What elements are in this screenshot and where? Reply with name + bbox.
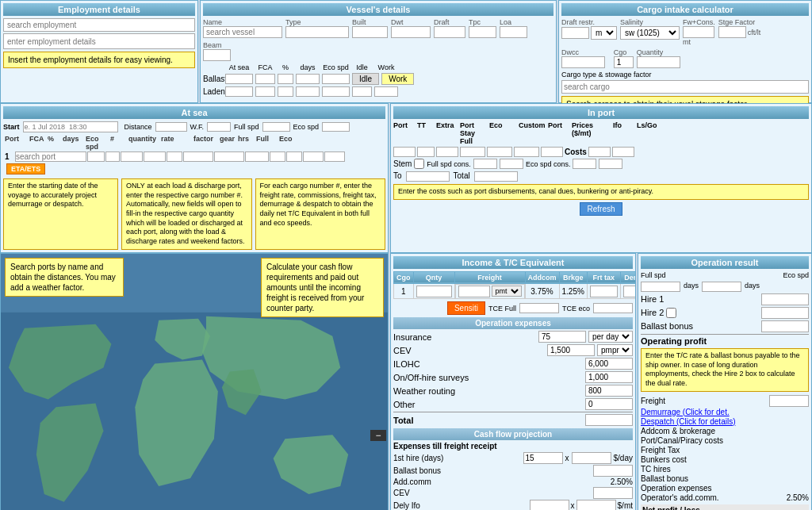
ballast-days[interactable] [296,74,320,84]
qty-cell[interactable] [183,151,213,162]
ballast-bonus-cf-input[interactable] [593,465,633,477]
eco-spd-days[interactable] [144,151,166,162]
full-spd-days-input[interactable] [641,282,680,292]
rate-cell[interactable] [214,151,244,162]
wf-input[interactable] [207,122,231,132]
sensitivity-button[interactable]: Sensiti [447,301,485,315]
full-spd-cons-lsgo[interactable] [500,159,523,169]
eco-cell[interactable] [324,151,345,162]
employment-details-input[interactable] [3,33,195,49]
ilohc-input[interactable] [585,358,633,370]
demurrage-res-label[interactable]: Demurrage (Click for det. [641,408,730,416]
vessel-loa-input[interactable] [500,26,527,38]
ballast-atsea[interactable] [225,74,253,84]
laden-lsifo[interactable] [352,86,372,97]
vessel-built-input[interactable] [352,26,388,38]
freight-unit-select[interactable]: pmt [492,286,522,297]
fca-input[interactable] [87,151,105,162]
ballast-pct[interactable] [278,74,293,84]
idle-button[interactable]: Idle [352,73,379,85]
gear-cell[interactable] [270,151,285,162]
minus-button[interactable]: − [370,430,386,441]
port-input[interactable] [393,147,416,157]
stem-checkbox[interactable] [414,159,424,169]
work-button[interactable]: Work [381,73,414,85]
salinity-select[interactable]: sw (1025) [620,26,680,40]
hire1-res-input[interactable] [761,293,809,305]
hire1-input[interactable] [523,452,563,464]
ballast-eco[interactable] [322,74,350,84]
cargo-num[interactable] [167,151,182,162]
start-input[interactable] [23,121,118,132]
vessel-type-input[interactable] [285,26,349,38]
eco-spd-cons-lsgo[interactable] [599,159,622,169]
freight-res-input[interactable] [769,395,809,407]
hrs-cell[interactable] [286,151,302,162]
laden-atsea[interactable] [225,86,253,97]
full-spd-cons-ifo[interactable] [473,159,497,169]
distance-input[interactable] [155,122,187,132]
vessel-name-input[interactable] [203,26,282,38]
other-input[interactable] [585,398,633,410]
portstayeco-input[interactable] [487,147,512,157]
cgo-input[interactable] [614,56,634,68]
vessel-beam-input[interactable] [203,49,231,61]
full-cell[interactable] [303,151,324,162]
ballast-fca[interactable] [255,74,275,84]
laden-eco[interactable] [322,86,350,97]
tce-full-input[interactable] [519,303,559,313]
cev-unit-select[interactable]: pmpr [597,344,633,356]
vessel-tpc-input[interactable] [469,26,496,38]
eco-spd-days-input[interactable] [702,282,741,292]
laden-lsgo[interactable] [374,86,398,97]
vessel-dwt-input[interactable] [391,26,431,38]
dwcc-input[interactable] [561,56,605,68]
draft-unit-select[interactable]: m [591,26,617,40]
insurance-unit-select[interactable]: per day [588,331,633,343]
to-input[interactable] [406,171,450,182]
income-qty-1[interactable] [416,286,452,297]
lsgo-price[interactable] [612,147,634,157]
tce-eco-input[interactable] [593,303,633,313]
income-frttax-1[interactable] [590,286,618,297]
weather-input[interactable] [585,385,633,397]
eco-spd-input[interactable] [322,122,350,132]
ballast-bonus-res-input[interactable] [761,320,809,332]
hire1-rate[interactable] [572,452,611,464]
portstayfull-input[interactable] [460,147,485,157]
extra-input[interactable] [436,147,458,157]
eco-spd-cons-ifo[interactable] [573,159,596,169]
stge-factor-input[interactable] [718,26,746,38]
port2-input[interactable] [541,147,563,157]
laden-fca[interactable] [255,86,275,97]
refresh-button[interactable]: Refresh [580,202,622,216]
etaets-button[interactable]: ETA/ETS [6,163,45,174]
cev-cf-input[interactable] [593,487,633,499]
employment-search[interactable] [3,18,195,32]
total-input[interactable] [474,171,518,182]
income-demurr-1[interactable] [623,286,636,297]
custom-input[interactable] [514,147,539,157]
hire2-res-input[interactable] [761,307,809,319]
op-total-input[interactable] [585,414,633,426]
vessel-draft-input[interactable] [434,26,465,38]
port-search-input[interactable] [15,151,86,162]
onoff-input[interactable] [585,371,633,383]
laden-days[interactable] [296,86,320,97]
full-spd-input[interactable] [262,122,290,132]
insurance-input[interactable] [538,331,586,343]
laden-pct[interactable] [278,86,293,97]
draft-restr-input[interactable] [561,27,589,39]
dely-ifo-price[interactable] [576,500,616,510]
income-freight-1[interactable] [458,286,490,297]
qty-input[interactable] [637,56,680,68]
cargo-search-input[interactable] [561,80,809,94]
ifo-price[interactable] [588,147,611,157]
despatch-res-label[interactable]: Despatch (Click for details) [641,417,735,426]
factor-cell[interactable] [245,151,269,162]
cev-input[interactable] [547,344,595,356]
dely-ifo-qty[interactable] [530,500,569,510]
days-input[interactable] [121,151,143,162]
tt-input[interactable] [417,147,435,157]
pct-input[interactable] [105,151,120,162]
